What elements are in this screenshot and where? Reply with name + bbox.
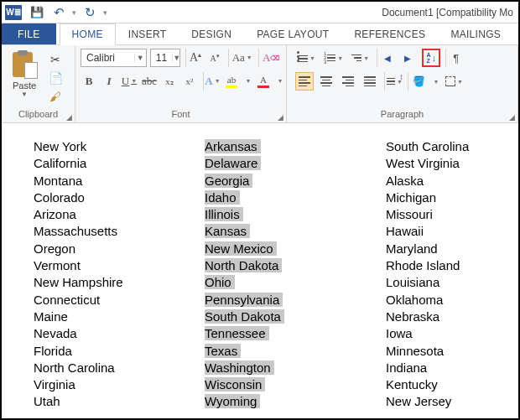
undo-button[interactable]: ↶ xyxy=(50,4,67,21)
selected-text: Ohio xyxy=(205,275,235,289)
text-line: Maryland xyxy=(386,241,469,257)
cut-button[interactable]: ✂ xyxy=(47,52,64,67)
font-color-button[interactable]: A xyxy=(255,72,272,91)
multilevel-list-button[interactable]: ▼ xyxy=(349,49,372,67)
increase-indent-button[interactable]: ▶ xyxy=(398,49,417,67)
tab-home[interactable]: HOME xyxy=(60,23,116,45)
superscript-button[interactable]: x² xyxy=(181,72,198,91)
redo-button[interactable]: ↻ xyxy=(81,4,98,21)
paste-icon xyxy=(13,50,36,79)
tab-page-layout[interactable]: PAGE LAYOUT xyxy=(244,23,341,45)
strikethrough-button[interactable]: abc xyxy=(141,72,158,91)
text-line: Iowa xyxy=(386,325,469,342)
selected-text: Pennsylvania xyxy=(205,293,283,307)
qat-dropdown-icon[interactable]: ▾ xyxy=(72,8,76,17)
font-launcher-icon[interactable]: ◢ xyxy=(278,113,283,122)
clear-formatting-button[interactable]: A⌫ xyxy=(258,49,281,67)
align-right-button[interactable] xyxy=(339,72,357,91)
selected-text: South Dakota xyxy=(205,309,284,324)
text-line: Illinois xyxy=(205,206,386,223)
bold-button[interactable]: B xyxy=(81,72,97,91)
text-line: Vermont xyxy=(34,257,205,274)
ribbon-tabs: FILE HOME INSERT DESIGN PAGE LAYOUT REFE… xyxy=(2,23,518,45)
show-hide-button[interactable]: ¶ xyxy=(445,49,464,67)
chevron-down-icon: ▼ xyxy=(172,54,180,62)
document-area[interactable]: New YorkCaliforniaMontanaColoradoArizona… xyxy=(2,123,518,411)
group-font-label: Font ◢ xyxy=(75,109,286,122)
selected-text: Washington xyxy=(205,360,274,375)
shrink-font-button[interactable]: A▾ xyxy=(206,49,223,67)
text-line: Washington xyxy=(205,360,386,376)
shading-button[interactable]: 🪣 xyxy=(408,72,428,91)
text-line: Ohio xyxy=(205,274,386,291)
text-line: California xyxy=(34,155,205,172)
grow-font-button[interactable]: A▴ xyxy=(185,49,203,67)
borders-button[interactable]: ▼ xyxy=(443,72,465,91)
tab-design[interactable]: DESIGN xyxy=(179,23,244,45)
title-bar: W≣ 💾 ↶ ▾ ↻ ▾ Document1 [Compatibility Mo xyxy=(2,2,518,23)
font-name-combo[interactable]: Calibri ▼ xyxy=(81,49,147,67)
text-column-2: ArkansasDelawareGeorgiaIdahoIllinoisKans… xyxy=(205,138,386,411)
bullets-button[interactable]: ▼ xyxy=(295,49,318,67)
text-line: Montana xyxy=(34,173,205,189)
text-line: South Dakota xyxy=(205,309,386,325)
sort-button[interactable]: AZ ↓ xyxy=(422,49,440,67)
paragraph-launcher-icon[interactable]: ◢ xyxy=(509,113,515,122)
highlight-dropdown-icon[interactable]: ▼ xyxy=(243,72,252,91)
text-line: Wyoming xyxy=(205,393,386,410)
selected-text: Idaho xyxy=(205,190,240,205)
font-size-combo[interactable]: 11 ▼ xyxy=(150,49,180,67)
font-color-dropdown-icon[interactable]: ▼ xyxy=(275,72,283,91)
subscript-button[interactable]: x₂ xyxy=(161,72,178,91)
text-line: New York xyxy=(34,138,205,155)
text-line: Georgia xyxy=(205,173,386,189)
italic-button[interactable]: I xyxy=(101,72,117,91)
text-line: New Jersey xyxy=(386,393,469,410)
paste-label: Paste xyxy=(13,80,36,91)
text-line: Connecticut xyxy=(34,292,205,309)
word-app-icon: W≣ xyxy=(5,5,22,20)
tab-mailings[interactable]: MAILINGS xyxy=(438,23,513,45)
group-paragraph: ▼ 123 ▼ ▼ ◀ xyxy=(287,45,518,122)
group-clipboard: Paste ▼ ✂ 📄 🖌 Clipboard ◢ xyxy=(2,45,75,122)
text-line: Michigan xyxy=(386,189,469,206)
selected-text: New Mexico xyxy=(205,241,277,256)
line-spacing-button[interactable]: ↕▼ xyxy=(384,72,403,91)
group-paragraph-label: Paragraph ◢ xyxy=(287,109,517,122)
tab-references[interactable]: REFERENCES xyxy=(341,23,438,45)
selected-text: Delaware xyxy=(205,156,261,170)
text-line: New Mexico xyxy=(205,241,386,257)
align-justify-button[interactable] xyxy=(361,72,379,91)
copy-button[interactable]: 📄 xyxy=(47,70,64,86)
paste-dropdown-icon[interactable]: ▼ xyxy=(21,91,28,98)
selected-text: Texas xyxy=(205,344,241,358)
text-line: South Carolina xyxy=(386,138,469,155)
text-line: New Hampshire xyxy=(34,274,205,291)
align-center-button[interactable] xyxy=(317,72,335,91)
text-line: North Dakota xyxy=(205,257,386,274)
text-line: Oklahoma xyxy=(386,292,469,309)
clipboard-launcher-icon[interactable]: ◢ xyxy=(66,113,72,122)
align-left-button[interactable] xyxy=(295,72,314,91)
selected-text: North Dakota xyxy=(205,258,282,272)
text-line: Delaware xyxy=(205,155,386,172)
underline-button[interactable]: U▼ xyxy=(121,72,138,91)
text-line: Utah xyxy=(34,393,205,410)
change-case-button[interactable]: Aa▼ xyxy=(228,49,253,67)
text-line: Kansas xyxy=(205,223,386,240)
highlight-button[interactable]: ab xyxy=(223,72,240,91)
numbering-button[interactable]: 123 ▼ xyxy=(321,49,346,67)
selected-text: Kansas xyxy=(205,224,250,238)
text-line: Rhode Island xyxy=(386,257,469,274)
shading-dropdown-icon[interactable]: ▼ xyxy=(431,72,439,91)
text-line: Minnesota xyxy=(386,343,469,360)
text-line: Nevada xyxy=(34,325,205,342)
tab-file[interactable]: FILE xyxy=(2,23,56,45)
window-title: Document1 [Compatibility Mo xyxy=(107,7,518,18)
text-effects-button[interactable]: A▼ xyxy=(203,72,220,91)
paste-button[interactable]: Paste ▼ xyxy=(7,50,42,98)
save-button[interactable]: 💾 xyxy=(29,4,45,21)
format-painter-button[interactable]: 🖌 xyxy=(47,89,64,104)
decrease-indent-button[interactable]: ◀ xyxy=(377,49,395,67)
tab-insert[interactable]: INSERT xyxy=(116,23,179,45)
